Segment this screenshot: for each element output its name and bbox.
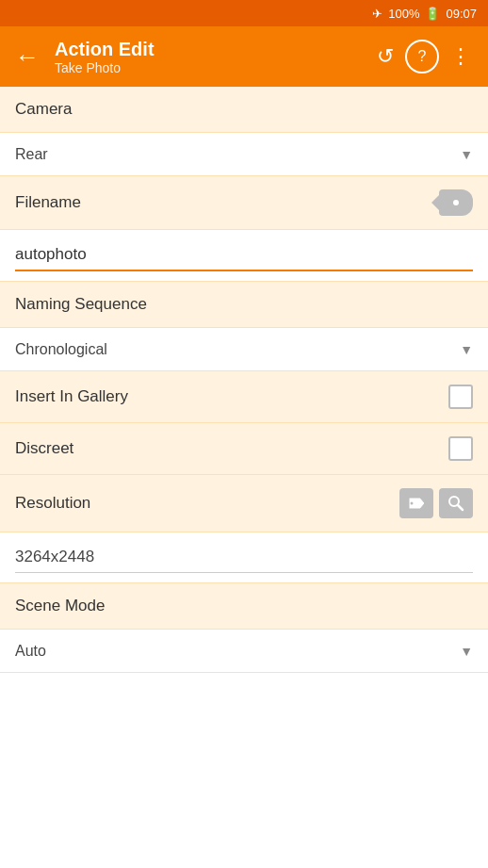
resolution-label: Resolution xyxy=(15,494,90,513)
scene-mode-section-header: Scene Mode xyxy=(0,583,488,630)
discreet-label: Discreet xyxy=(15,439,73,458)
camera-label: Camera xyxy=(15,100,72,118)
resolution-tag-button[interactable] xyxy=(399,488,433,518)
camera-dropdown[interactable]: Rear Front xyxy=(0,133,488,175)
naming-sequence-dropdown[interactable]: Chronological Sequential xyxy=(0,328,488,370)
search-icon-svg xyxy=(447,495,464,512)
help-icon: ? xyxy=(418,48,427,65)
back-button[interactable]: ← xyxy=(4,33,51,81)
content-area: Camera Rear Front Filename Naming Sequen… xyxy=(0,87,488,673)
naming-sequence-dropdown-wrapper: Chronological Sequential xyxy=(0,328,488,371)
battery-icon: 🔋 xyxy=(425,7,440,21)
resolution-section-header: Resolution xyxy=(0,475,488,532)
scene-mode-label: Scene Mode xyxy=(15,597,105,614)
filename-label: Filename xyxy=(15,193,81,212)
camera-dropdown-wrapper: Rear Front xyxy=(0,133,488,176)
status-bar: ✈ 100% 🔋 09:07 xyxy=(0,0,488,26)
resolution-value: 3264x2448 xyxy=(15,542,473,573)
toolbar-subtitle: Take Photo xyxy=(55,60,367,75)
time-text: 09:07 xyxy=(446,7,477,21)
naming-sequence-section-header: Naming Sequence xyxy=(0,282,488,328)
plane-icon: ✈ xyxy=(372,7,382,21)
camera-section-header: Camera xyxy=(0,87,488,133)
help-button[interactable]: ? xyxy=(405,40,439,74)
tag-icon-svg xyxy=(407,496,426,511)
toolbar: ← Action Edit Take Photo ↺ ? ⋮ xyxy=(0,26,488,87)
filename-input-row xyxy=(0,230,488,282)
discreet-checkbox[interactable] xyxy=(448,436,473,461)
naming-sequence-label: Naming Sequence xyxy=(15,295,147,313)
svg-point-0 xyxy=(411,502,414,505)
svg-line-2 xyxy=(458,505,463,510)
resolution-search-button[interactable] xyxy=(439,488,473,518)
tag-icon-button[interactable] xyxy=(439,189,473,216)
insert-in-gallery-label: Insert In Gallery xyxy=(15,387,128,406)
battery-text: 100% xyxy=(388,7,419,21)
scene-mode-dropdown[interactable]: Auto Portrait Landscape Night xyxy=(0,630,488,672)
toolbar-actions: ↺ ? ⋮ xyxy=(367,35,480,78)
tag-icon-dot xyxy=(453,200,459,205)
refresh-button[interactable]: ↺ xyxy=(367,35,403,78)
scene-mode-dropdown-wrapper: Auto Portrait Landscape Night xyxy=(0,630,488,673)
filename-section-header: Filename xyxy=(0,176,488,230)
insert-in-gallery-checkbox[interactable] xyxy=(448,385,473,409)
resolution-value-row: 3264x2448 xyxy=(0,532,488,583)
toolbar-title: Action Edit xyxy=(55,38,367,60)
toolbar-title-group: Action Edit Take Photo xyxy=(55,38,367,75)
insert-in-gallery-row: Insert In Gallery xyxy=(0,371,488,423)
filename-input[interactable] xyxy=(15,239,473,271)
discreet-row: Discreet xyxy=(0,423,488,475)
more-button[interactable]: ⋮ xyxy=(441,35,480,78)
resolution-icon-group xyxy=(399,488,473,518)
